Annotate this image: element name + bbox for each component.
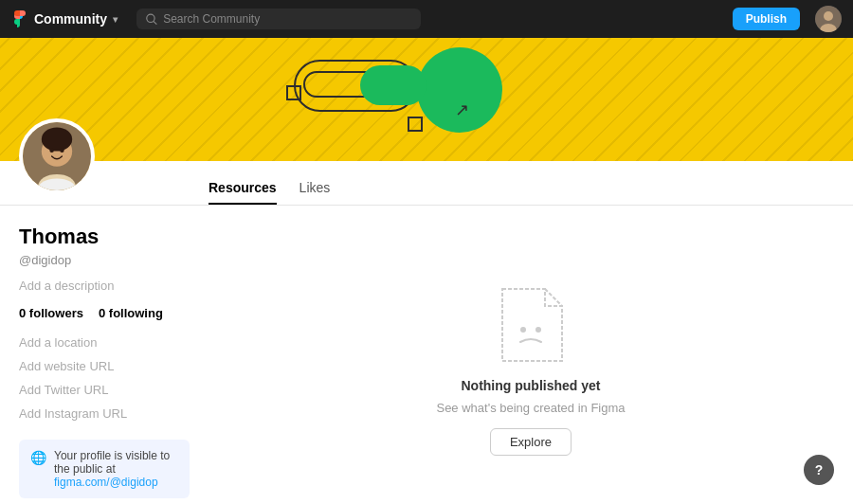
right-content: Nothing published yet See what's being c… — [209, 206, 853, 504]
empty-subtitle: See what's being created in Figma — [436, 401, 625, 415]
follow-stats: 0 followers 0 following — [19, 306, 190, 320]
notice-prefix: Your profile is visible to the public at — [54, 449, 170, 476]
search-icon — [146, 13, 157, 26]
nav-logo[interactable]: Community ▾ — [11, 10, 118, 27]
banner-pill — [360, 65, 426, 105]
profile-avatar — [19, 118, 95, 194]
followers-label: followers — [29, 306, 83, 320]
banner-corner-rect2 — [408, 117, 423, 132]
main-content: Thomas @digidop Add a description 0 foll… — [0, 206, 853, 504]
add-twitter-link[interactable]: Add Twitter URL — [19, 383, 190, 397]
tab-resources[interactable]: Resources — [209, 172, 277, 205]
add-instagram-link[interactable]: Add Instagram URL — [19, 406, 190, 421]
search-input[interactable] — [163, 12, 411, 26]
svg-point-2 — [824, 11, 833, 21]
svg-point-9 — [49, 148, 54, 153]
avatar-area — [19, 118, 95, 194]
notice-text: Your profile is visible to the public at… — [54, 449, 178, 489]
following-label: following — [109, 306, 163, 320]
svg-point-11 — [520, 327, 526, 333]
add-location-link[interactable]: Add a location — [19, 335, 190, 350]
followers-stat: 0 followers — [19, 306, 83, 320]
svg-point-0 — [147, 14, 154, 22]
publish-button[interactable]: Publish — [733, 8, 800, 30]
following-count: 0 — [99, 306, 105, 320]
svg-point-12 — [535, 327, 541, 333]
explore-button[interactable]: Explore — [490, 428, 572, 456]
left-sidebar: Thomas @digidop Add a description 0 foll… — [0, 206, 209, 504]
nav-search-box[interactable] — [136, 9, 421, 29]
empty-state-icon — [498, 287, 564, 363]
profile-name: Thomas — [19, 225, 190, 249]
nav-dropdown-icon[interactable]: ▾ — [113, 14, 118, 25]
tabs-area: Resources Likes — [0, 161, 853, 205]
avatar-svg — [23, 118, 91, 194]
nav-avatar[interactable] — [815, 6, 842, 32]
followers-count: 0 — [19, 306, 26, 320]
community-title: Community — [34, 11, 107, 27]
svg-point-6 — [42, 127, 72, 151]
banner-arrow: ↗ — [455, 99, 469, 120]
svg-point-10 — [60, 148, 64, 153]
empty-title: Nothing published yet — [461, 378, 600, 393]
following-stat: 0 following — [99, 306, 163, 320]
profile-notice: 🌐 Your profile is visible to the public … — [19, 440, 190, 498]
add-description-link[interactable]: Add a description — [19, 279, 190, 293]
profile-handle: @digidop — [19, 253, 190, 267]
add-website-link[interactable]: Add website URL — [19, 359, 190, 373]
profile-section: Resources Likes — [0, 161, 853, 206]
tab-likes[interactable]: Likes — [299, 172, 331, 205]
globe-icon: 🌐 — [30, 450, 46, 465]
figma-icon — [11, 10, 28, 27]
avatar-image — [815, 6, 842, 32]
help-button[interactable]: ? — [804, 455, 834, 485]
empty-state: Nothing published yet See what's being c… — [436, 287, 625, 456]
profile-banner: ↗ — [0, 38, 853, 161]
navbar: Community ▾ Publish — [0, 0, 853, 38]
notice-link[interactable]: figma.com/@digidop — [54, 476, 158, 489]
banner-corner-rect1 — [286, 85, 301, 100]
